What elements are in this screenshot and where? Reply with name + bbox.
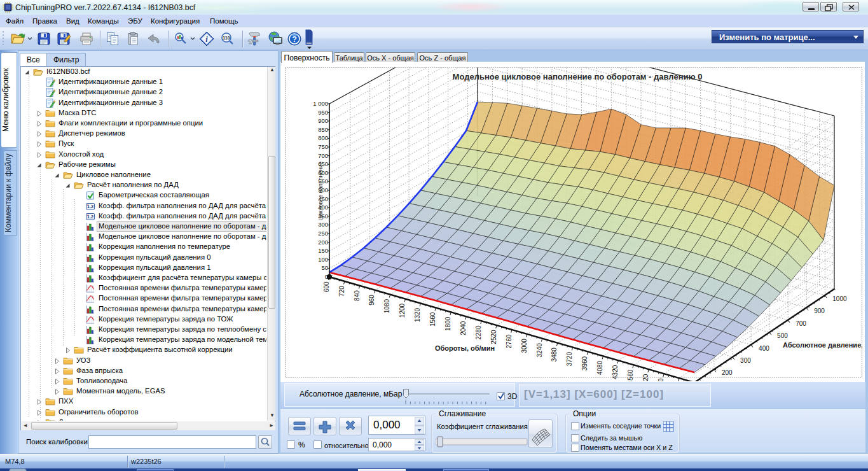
svg-text:840: 840 xyxy=(354,290,361,301)
svg-text:3720: 3720 xyxy=(566,352,573,367)
svg-text:200: 200 xyxy=(318,239,328,246)
svg-text:150: 150 xyxy=(318,247,328,254)
svg-text:250: 250 xyxy=(318,230,328,237)
svg-text:300: 300 xyxy=(740,357,751,364)
svg-text:200: 200 xyxy=(722,369,733,376)
svg-text:960: 960 xyxy=(369,295,376,306)
svg-text:500: 500 xyxy=(777,332,788,339)
svg-text:1200: 1200 xyxy=(399,303,406,318)
svg-text:2040: 2040 xyxy=(460,321,467,335)
svg-text:900: 900 xyxy=(814,307,825,314)
svg-text:1.2: 1.2 xyxy=(87,204,93,209)
svg-text:50: 50 xyxy=(321,264,328,271)
svg-text:1800: 1800 xyxy=(444,316,451,331)
svg-text:2760: 2760 xyxy=(506,334,513,349)
svg-text:Обороты, об/мин: Обороты, об/мин xyxy=(435,344,495,352)
svg-text:2280: 2280 xyxy=(475,325,482,340)
svg-text:Цикловое наполнение: Цикловое наполнение xyxy=(317,161,324,220)
svg-text:4080: 4080 xyxy=(596,360,603,375)
svg-text:900: 900 xyxy=(318,117,328,124)
svg-text:1 000: 1 000 xyxy=(313,100,328,107)
svg-text:Модельное цикловое наполнение: Модельное цикловое наполнение по оборота… xyxy=(453,72,703,81)
svg-text:3480: 3480 xyxy=(551,348,558,362)
svg-text:4820: 4820 xyxy=(642,374,649,382)
svg-text:850: 850 xyxy=(318,126,328,133)
svg-text:110: 110 xyxy=(223,36,230,40)
svg-text:1000: 1000 xyxy=(832,295,847,302)
svg-text:720: 720 xyxy=(338,286,345,297)
svg-text:4560: 4560 xyxy=(627,369,634,382)
svg-text:300: 300 xyxy=(318,221,328,228)
svg-text:2520: 2520 xyxy=(490,330,497,344)
svg-text:700: 700 xyxy=(796,320,806,327)
svg-text:800: 800 xyxy=(318,134,328,141)
svg-text:950: 950 xyxy=(318,109,328,116)
svg-text:600: 600 xyxy=(323,281,330,292)
svg-text:?: ? xyxy=(292,35,297,44)
svg-text:1080: 1080 xyxy=(383,299,390,314)
svg-text:1.2: 1.2 xyxy=(87,214,93,220)
svg-text:100: 100 xyxy=(318,256,328,263)
svg-text:3240: 3240 xyxy=(536,343,543,358)
svg-text:Абсолютное давление, мБар: Абсолютное давление, мБар xyxy=(783,341,865,349)
svg-text:1560: 1560 xyxy=(429,312,436,327)
svg-text:750: 750 xyxy=(318,143,328,150)
svg-text:1320: 1320 xyxy=(414,307,421,322)
svg-text:700: 700 xyxy=(318,152,328,159)
svg-text:3000: 3000 xyxy=(521,339,528,353)
svg-text:400: 400 xyxy=(759,345,769,352)
svg-text:3960: 3960 xyxy=(581,356,588,370)
